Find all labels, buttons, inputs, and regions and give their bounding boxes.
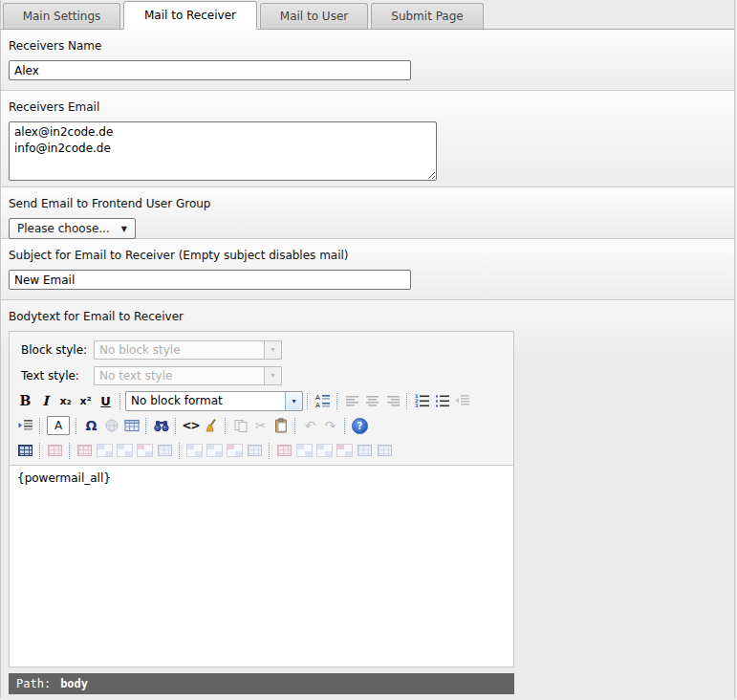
cut-icon: ✂ <box>255 418 267 433</box>
text-color-button[interactable]: A <box>45 416 72 435</box>
find-replace-button[interactable] <box>151 416 171 435</box>
cell-insert-after-button[interactable] <box>314 441 335 460</box>
section-bodytext: Bodytext for Email to Receiver Block sty… <box>1 300 734 699</box>
block-format-combo[interactable]: No block format <box>125 391 303 411</box>
path-value: body <box>60 677 88 690</box>
find-replace-icon <box>154 418 169 433</box>
tab-submit-page[interactable]: Submit Page <box>371 3 484 29</box>
row-split-button[interactable] <box>155 441 175 460</box>
chevron-down-icon[interactable] <box>264 341 281 359</box>
tab-strip: Main Settings Mail to Receiver Mail to U… <box>1 0 734 30</box>
special-character-button[interactable]: Ω <box>81 416 101 435</box>
column-split-icon <box>248 445 262 456</box>
ordered-list-button[interactable]: 1 2 3 <box>412 391 432 410</box>
block-style-combo[interactable]: No block style <box>94 340 282 360</box>
separator <box>39 418 41 434</box>
remove-format-button[interactable] <box>201 416 221 435</box>
tab-mail-to-receiver[interactable]: Mail to Receiver <box>123 1 257 30</box>
section-subject: Subject for Email to Receiver (Empty sub… <box>1 239 734 300</box>
italic-button[interactable]: I <box>35 391 55 410</box>
row-delete-icon <box>138 445 152 456</box>
insert-link-icon <box>104 418 119 433</box>
help-button[interactable]: ? <box>350 416 370 435</box>
chevron-down-icon[interactable] <box>264 367 281 384</box>
outdent-button[interactable] <box>452 391 472 410</box>
chevron-down-icon[interactable] <box>285 392 302 410</box>
paragraph-lines-button[interactable]: A A <box>313 391 333 410</box>
cut-button[interactable]: ✂ <box>250 416 271 435</box>
view-source-button[interactable]: <> <box>181 416 201 435</box>
cell-insert-before-button[interactable] <box>294 441 314 460</box>
column-split-button[interactable] <box>245 441 265 460</box>
row-properties-button[interactable] <box>75 441 95 460</box>
undo-button[interactable]: ↶ <box>300 416 320 435</box>
insert-link-button[interactable] <box>101 416 121 435</box>
cell-insert-after-icon <box>317 445 332 456</box>
fe-user-group-select[interactable]: Please choose... <box>9 218 136 239</box>
separator <box>307 393 309 409</box>
block-style-value: No block style <box>95 343 264 357</box>
tab-mail-to-user[interactable]: Mail to User <box>260 3 368 29</box>
outdent-icon <box>455 393 470 408</box>
row-insert-above-icon <box>98 445 112 456</box>
text-style-label: Text style: <box>15 369 94 383</box>
remove-format-icon <box>204 418 219 433</box>
insert-table-button[interactable] <box>121 416 141 435</box>
redo-button[interactable]: ↷ <box>320 416 340 435</box>
form-page: Main Settings Mail to Receiver Mail to U… <box>0 0 735 698</box>
separator <box>119 393 121 409</box>
separator <box>269 443 271 459</box>
toggle-borders-icon <box>18 445 33 456</box>
cell-properties-button[interactable] <box>274 441 294 460</box>
receivers-email-textarea[interactable]: alex@in2code.de info@in2code.de <box>9 121 437 181</box>
align-right-button[interactable] <box>382 391 402 410</box>
column-delete-button[interactable] <box>225 441 245 460</box>
superscript-icon: x² <box>80 395 92 407</box>
table-properties-button[interactable] <box>45 441 65 460</box>
column-insert-before-button[interactable] <box>184 441 205 460</box>
unordered-list-button[interactable] <box>432 391 452 410</box>
special-character-icon: Ω <box>86 418 98 433</box>
rte-path-bar: Path: body <box>9 673 514 694</box>
receivers-name-input[interactable] <box>9 60 411 80</box>
rte-content-text: {powermail_all} <box>17 471 111 485</box>
subscript-button[interactable]: x₂ <box>55 391 76 410</box>
paste-button[interactable] <box>271 416 291 435</box>
align-center-button[interactable] <box>362 391 382 410</box>
copy-button[interactable] <box>230 416 250 435</box>
bold-icon: B <box>20 393 32 408</box>
superscript-button[interactable]: x² <box>76 391 96 410</box>
align-left-button[interactable] <box>342 391 362 410</box>
rte-toolbar-row1: B I x₂ x² U No block format A <box>15 388 508 413</box>
rich-text-editor: Block style: No block style Text style: … <box>9 331 514 694</box>
cell-delete-button[interactable] <box>335 441 355 460</box>
toggle-borders-button[interactable] <box>15 441 35 460</box>
cell-insert-before-icon <box>297 445 312 456</box>
subject-input[interactable] <box>9 270 411 290</box>
bold-button[interactable]: B <box>15 391 35 410</box>
align-right-icon <box>385 393 401 408</box>
tab-label: Mail to User <box>280 10 348 23</box>
subscript-icon: x₂ <box>60 395 72 407</box>
receivers-email-label: Receivers Email <box>9 100 726 114</box>
column-insert-after-button[interactable] <box>205 441 225 460</box>
cell-merge-icon <box>358 445 372 456</box>
section-receivers-name: Receivers Name <box>1 30 734 91</box>
view-source-icon: <> <box>182 419 199 432</box>
italic-icon: I <box>42 393 49 408</box>
table-properties-icon <box>48 445 62 456</box>
cell-merge-button[interactable] <box>355 441 375 460</box>
row-insert-under-button[interactable] <box>115 441 135 460</box>
cell-split-button[interactable] <box>375 441 395 460</box>
row-delete-button[interactable] <box>135 441 155 460</box>
fe-user-group-label: Send Email to Frontend User Group <box>9 197 726 210</box>
rte-editing-area[interactable]: {powermail_all} <box>9 466 514 667</box>
text-style-combo[interactable]: No text style <box>94 366 282 385</box>
redo-icon: ↷ <box>325 418 336 433</box>
tab-main-settings[interactable]: Main Settings <box>3 3 120 29</box>
copy-icon <box>233 418 249 433</box>
row-insert-above-button[interactable] <box>95 441 115 460</box>
align-left-icon <box>345 393 360 408</box>
underline-button[interactable]: U <box>96 391 116 410</box>
indent-button[interactable] <box>15 416 35 435</box>
